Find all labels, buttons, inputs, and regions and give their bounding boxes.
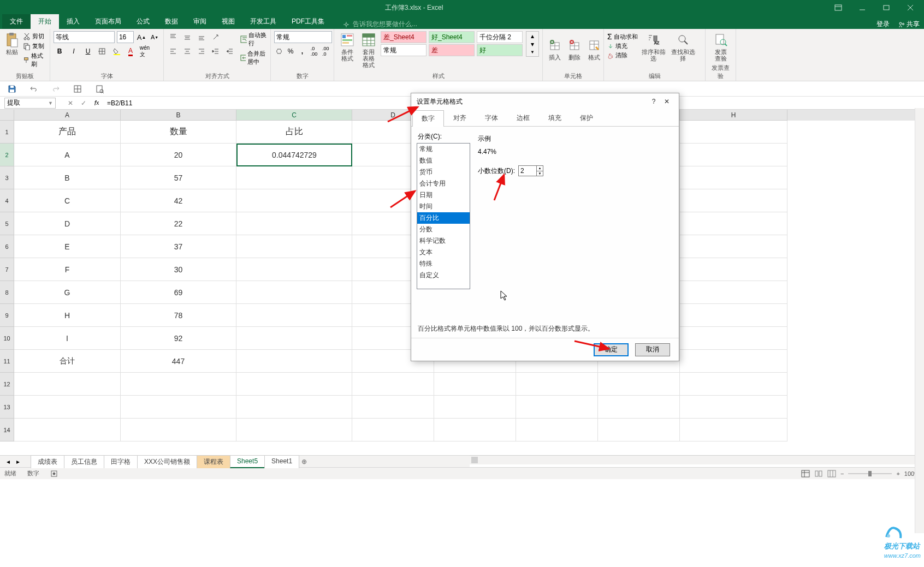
style-gallery-item[interactable]: 差_Sheet4 [381, 31, 427, 43]
category-item[interactable]: 数值 [417, 155, 470, 166]
column-header[interactable]: B [121, 110, 236, 121]
cell[interactable] [352, 396, 434, 419]
menu-tab[interactable]: 数据 [157, 14, 186, 29]
cell[interactable] [680, 235, 787, 258]
category-item[interactable]: 时间 [417, 201, 470, 212]
select-all-corner[interactable] [0, 110, 14, 121]
column-header[interactable]: A [14, 110, 121, 121]
cell[interactable] [236, 189, 352, 212]
increase-decimal-button[interactable]: .0.00 [309, 45, 318, 57]
font-size-combo[interactable] [117, 31, 134, 43]
italic-button[interactable]: I [68, 45, 80, 57]
cell[interactable]: 20 [121, 144, 236, 166]
cancel-formula-button[interactable]: ✕ [64, 97, 76, 109]
cell[interactable] [434, 396, 516, 419]
category-item[interactable]: 百分比 [417, 212, 470, 224]
cell[interactable] [14, 396, 121, 419]
cell[interactable] [516, 396, 598, 419]
cell[interactable] [352, 419, 434, 441]
style-gallery-item[interactable]: 常规 [381, 44, 427, 56]
cell[interactable]: I [14, 327, 121, 350]
column-header[interactable]: H [680, 110, 787, 121]
zoom-in-button[interactable]: + [896, 470, 899, 477]
cell[interactable] [434, 419, 516, 441]
row-header[interactable]: 12 [0, 373, 14, 396]
cell[interactable] [516, 419, 598, 441]
print-preview-icon[interactable] [94, 83, 105, 94]
macro-record-icon[interactable] [50, 470, 58, 478]
style-gallery-more[interactable]: ▼ [526, 48, 538, 56]
dialog-tab[interactable]: 边框 [507, 110, 539, 126]
category-item[interactable]: 日期 [417, 189, 470, 201]
cell[interactable]: B [14, 166, 121, 189]
zoom-slider[interactable] [848, 471, 892, 476]
cancel-button[interactable]: 取消 [635, 343, 670, 356]
wrap-text-button[interactable]: 自动换行 [240, 31, 267, 47]
decrease-decimal-button[interactable]: .00.0 [321, 45, 330, 57]
autosum-button[interactable]: Σ自动求和 [607, 32, 638, 41]
dialog-close-button[interactable]: ✕ [660, 98, 673, 105]
cell[interactable] [680, 189, 787, 212]
cell[interactable] [680, 327, 787, 350]
cell[interactable]: 0.044742729 [236, 144, 352, 166]
cell[interactable] [680, 212, 787, 235]
cell[interactable] [680, 166, 787, 189]
decrease-font-button[interactable]: A▼ [149, 31, 160, 43]
decimal-places-spinner[interactable]: ▲▼ [518, 165, 543, 176]
cell[interactable] [236, 419, 352, 441]
spinner-up[interactable]: ▲ [536, 166, 543, 171]
increase-font-button[interactable]: A▲ [136, 31, 147, 43]
cell[interactable]: 69 [121, 281, 236, 304]
align-left-button[interactable] [167, 45, 179, 57]
sheet-tab[interactable]: 田字格 [104, 455, 138, 468]
style-gallery-item[interactable]: 好_Sheet4 [429, 31, 475, 43]
menu-tab[interactable]: 开发工具 [242, 14, 284, 29]
menu-tab[interactable]: 审阅 [186, 14, 214, 29]
cell[interactable] [236, 235, 352, 258]
cell[interactable] [236, 327, 352, 350]
close-button[interactable] [900, 1, 921, 14]
align-right-button[interactable] [196, 45, 208, 57]
cell[interactable]: G [14, 281, 121, 304]
format-painter-button[interactable]: 格式刷 [23, 52, 46, 68]
category-item[interactable]: 自定义 [417, 270, 470, 281]
row-header[interactable]: 5 [0, 212, 14, 235]
cell[interactable] [680, 419, 787, 441]
increase-indent-button[interactable] [224, 45, 236, 57]
accounting-format-button[interactable] [274, 45, 283, 57]
cell[interactable] [680, 373, 787, 396]
cell[interactable]: D [14, 212, 121, 235]
sort-filter-button[interactable]: AZ 排序和筛选 [640, 31, 667, 63]
cell[interactable] [598, 419, 680, 441]
cell[interactable]: 92 [121, 327, 236, 350]
cell[interactable]: 42 [121, 189, 236, 212]
cell[interactable] [680, 121, 787, 144]
cell[interactable] [598, 396, 680, 419]
category-item[interactable]: 会计专用 [417, 178, 470, 189]
dialog-tab[interactable]: 对齐 [444, 110, 476, 126]
cell[interactable] [14, 419, 121, 441]
fill-button[interactable]: 填充 [607, 42, 638, 50]
comma-format-button[interactable]: , [298, 45, 307, 57]
cell[interactable]: F [14, 258, 121, 281]
row-header[interactable]: 8 [0, 281, 14, 304]
conditional-format-button[interactable]: 条件格式 [337, 31, 357, 63]
cell[interactable] [14, 373, 121, 396]
cell[interactable]: 数量 [121, 121, 236, 144]
orientation-button[interactable] [210, 31, 222, 43]
row-header[interactable]: 7 [0, 258, 14, 281]
cell[interactable]: A [14, 144, 121, 166]
cell[interactable]: 37 [121, 235, 236, 258]
qat-grid-icon[interactable] [72, 83, 83, 94]
row-header[interactable]: 10 [0, 327, 14, 350]
cut-button[interactable]: 剪切 [23, 32, 46, 40]
category-item[interactable]: 常规 [417, 144, 470, 155]
horizontal-scrollbar[interactable] [470, 455, 924, 464]
number-format-combo[interactable] [274, 31, 332, 43]
style-gallery-item[interactable]: 千位分隔 2 [477, 31, 523, 43]
percent-format-button[interactable]: % [286, 45, 295, 57]
category-item[interactable]: 分数 [417, 224, 470, 235]
cell[interactable]: 78 [121, 304, 236, 327]
cell[interactable]: 占比 [236, 121, 352, 144]
category-item[interactable]: 特殊 [417, 258, 470, 270]
